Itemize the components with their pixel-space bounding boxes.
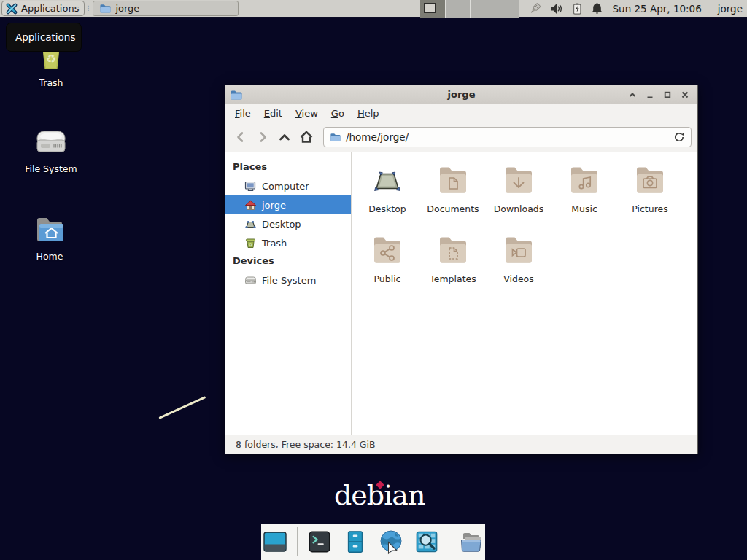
folder-label: Templates [430, 273, 476, 284]
folder-label: Videos [503, 273, 534, 284]
folder-label: Music [571, 203, 597, 214]
tooltip-text: Applications [15, 31, 75, 43]
top-panel: Applications ⋮⋮ jorge [0, 0, 747, 18]
up-button[interactable] [275, 128, 294, 147]
file-view[interactable]: Desktop Documents [352, 152, 697, 435]
maximize-button[interactable] [662, 89, 673, 101]
status-text: 8 folders, Free space: 14.4 GiB [236, 439, 376, 450]
home-folder-icon [33, 213, 66, 246]
desktop-icon-label: Trash [39, 77, 63, 88]
sidebar: Places Computer [225, 152, 352, 435]
desktop-stray-line [158, 396, 206, 419]
templates-folder-icon [436, 233, 471, 268]
folder-item-desktop[interactable]: Desktop [355, 163, 420, 233]
toolbar: /home/jorge/ [225, 122, 697, 152]
folder-label: Desktop [368, 203, 406, 214]
minimize-button[interactable] [644, 89, 656, 101]
sidebar-item-trash[interactable]: ♻ Trash [225, 233, 351, 252]
volume-icon[interactable] [549, 1, 564, 16]
show-desktop-icon [262, 529, 288, 555]
drive-icon [34, 125, 68, 159]
desktop-icon-file-system[interactable]: File System [18, 125, 85, 174]
sidebar-item-label: Desktop [262, 219, 301, 230]
system-tray [528, 1, 604, 16]
folder-item-public[interactable]: Public [355, 233, 420, 303]
statusbar: 8 folders, Free space: 14.4 GiB [225, 435, 697, 454]
sidebar-item-label: Computer [262, 181, 309, 192]
application-finder-launcher[interactable] [413, 528, 441, 556]
trash-icon: ♻ [244, 237, 257, 249]
public-folder-icon [370, 233, 405, 268]
menu-file[interactable]: File [228, 106, 258, 121]
home-button[interactable] [297, 128, 316, 147]
menu-go[interactable]: Go [325, 106, 351, 121]
back-button[interactable] [231, 128, 250, 147]
sidebar-item-jorge[interactable]: jorge [225, 195, 351, 214]
sidebar-item-label: File System [262, 275, 316, 286]
menu-edit[interactable]: Edit [258, 106, 289, 121]
panel-separator-handle[interactable]: ⋮⋮ [85, 5, 90, 12]
titlebar[interactable]: jorge [225, 85, 697, 104]
sidebar-item-label: jorge [262, 200, 286, 211]
desktop-icon-label: Home [36, 251, 63, 262]
taskbar-window-button[interactable]: jorge [93, 1, 239, 16]
battery-icon[interactable] [570, 1, 584, 16]
dock-separator [297, 527, 298, 556]
folder-item-documents[interactable]: Documents [420, 163, 486, 233]
desktop-folder-icon [370, 163, 405, 198]
applications-menu-label: Applications [21, 3, 79, 14]
sidebar-item-desktop[interactable]: Desktop [225, 214, 351, 233]
panel-clock[interactable]: Sun 25 Apr, 10:06 [613, 3, 702, 15]
folder-item-music[interactable]: Music [551, 163, 617, 233]
pictures-folder-icon [632, 163, 667, 198]
file-cabinet-launcher[interactable] [341, 528, 369, 556]
terminal-icon [307, 529, 332, 554]
show-desktop-launcher[interactable] [261, 528, 289, 556]
panel-username[interactable]: jorge [718, 3, 743, 15]
workspace-switcher[interactable] [420, 0, 519, 18]
svg-text:♻: ♻ [46, 52, 56, 66]
web-browser-launcher[interactable] [377, 528, 405, 556]
taskbar-window-label: jorge [115, 3, 139, 14]
forward-button[interactable] [253, 128, 272, 147]
web-browser-icon [378, 529, 404, 555]
desktop-icon-label: File System [25, 163, 77, 174]
bell-icon[interactable] [590, 1, 604, 16]
desktop-icon-home[interactable]: Home [16, 213, 83, 262]
folder-item-videos[interactable]: Videos [486, 233, 551, 303]
folder-item-downloads[interactable]: Downloads [486, 163, 551, 233]
debian-logo: debian [334, 481, 425, 509]
location-bar[interactable]: /home/jorge/ [323, 127, 692, 147]
reload-icon[interactable] [673, 131, 685, 143]
application-finder-icon [414, 529, 439, 554]
folder-item-templates[interactable]: Templates [420, 233, 486, 303]
applications-menu-button[interactable]: Applications [1, 1, 85, 16]
terminal-launcher[interactable] [306, 528, 333, 556]
location-path: /home/jorge/ [346, 131, 409, 143]
music-folder-icon [567, 163, 602, 198]
folder-icon [330, 132, 341, 142]
menubar: File Edit View Go Help [225, 104, 697, 122]
file-manager-launcher[interactable] [457, 528, 485, 556]
menu-view[interactable]: View [289, 106, 325, 121]
sidebar-header-places: Places [225, 158, 351, 176]
close-button[interactable] [679, 89, 691, 101]
desktop-icon [244, 218, 257, 230]
workspace-4[interactable] [495, 0, 519, 18]
shade-button[interactable] [627, 89, 638, 101]
documents-folder-icon [436, 163, 471, 198]
xfce-logo-icon [6, 3, 18, 15]
file-manager-icon [458, 529, 484, 555]
workspace-3[interactable] [470, 0, 495, 18]
sidebar-item-computer[interactable]: Computer [225, 176, 351, 195]
menu-help[interactable]: Help [351, 106, 386, 121]
workspace-window-thumb [424, 3, 436, 13]
folder-item-pictures[interactable]: Pictures [617, 163, 683, 233]
file-manager-window: jorge File Edit View Go Help [225, 85, 698, 454]
folder-label: Public [374, 273, 401, 284]
sidebar-item-file-system[interactable]: File System [225, 271, 351, 289]
workspace-1[interactable] [420, 0, 445, 18]
workspace-2[interactable] [445, 0, 470, 18]
cable-icon[interactable] [528, 1, 543, 16]
dock [261, 524, 485, 560]
